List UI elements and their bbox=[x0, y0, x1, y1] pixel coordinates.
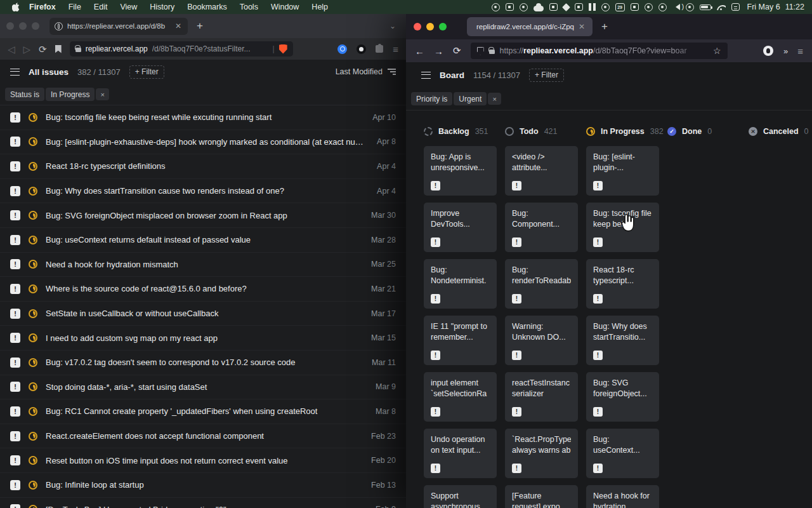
issue-card[interactable]: Support asynchronous...! bbox=[424, 485, 497, 508]
issue-card[interactable]: Bug: Component...! bbox=[505, 203, 578, 252]
menu-tools[interactable]: Tools bbox=[233, 0, 265, 14]
right-traffic-lights[interactable] bbox=[414, 23, 447, 30]
record-icon[interactable] bbox=[492, 3, 500, 11]
sidebar-toggle-icon[interactable] bbox=[10, 69, 20, 76]
issue-card[interactable]: Bug: Nondeterminist.! bbox=[424, 259, 497, 309]
reload-button[interactable]: ⟳ bbox=[39, 44, 47, 54]
menu-help[interactable]: Help bbox=[305, 0, 334, 14]
issue-row[interactable]: !Need a hook for hydration mismatchMar 2… bbox=[0, 253, 406, 277]
issue-card[interactable]: Warning: Unknown DO...! bbox=[505, 316, 578, 365]
issue-row[interactable]: !Bug: SVG foreignObject misplaced on bro… bbox=[0, 203, 406, 228]
volume-icon[interactable] bbox=[672, 4, 680, 10]
calendar-icon[interactable]: 29 bbox=[615, 3, 625, 11]
sidebar-toggle-icon[interactable] bbox=[421, 72, 431, 79]
extensions-puzzle-icon[interactable] bbox=[376, 45, 383, 53]
left-traffic-lights[interactable] bbox=[6, 22, 39, 30]
play-icon[interactable] bbox=[658, 3, 667, 11]
issue-card[interactable]: Bug: SVG foreignObject...! bbox=[586, 372, 659, 422]
left-url-bar[interactable]: repliear.vercel.app /d/8bTaoq7F0e?status… bbox=[70, 41, 293, 57]
issue-card[interactable]: Undo operation on text input...! bbox=[424, 429, 497, 478]
toolbar-overflow-icon[interactable]: » bbox=[783, 46, 787, 56]
blocker-icon[interactable] bbox=[601, 3, 610, 11]
back-button[interactable]: ◁ bbox=[8, 44, 15, 54]
reload-button[interactable]: ⟳ bbox=[453, 45, 461, 57]
share-icon[interactable] bbox=[631, 3, 639, 11]
priority-filter-chip[interactable]: Priority is Urgent × bbox=[411, 92, 501, 105]
issue-card[interactable]: Bug: tsconfig file keep bein...! bbox=[586, 203, 659, 252]
wifi-icon[interactable] bbox=[717, 5, 726, 10]
battery-icon[interactable] bbox=[700, 4, 711, 10]
issue-row[interactable]: !React 18-rc typescript definitionsApr 4 bbox=[0, 154, 406, 179]
menu-app-name[interactable]: Firefox bbox=[23, 0, 62, 14]
tab-close-icon[interactable]: ✕ bbox=[174, 22, 183, 30]
issue-card[interactable]: React 18-rc typescript...! bbox=[586, 259, 659, 309]
issue-row[interactable]: !Stop doing data-*, aria-*, start using … bbox=[0, 375, 406, 400]
tab-overflow-chevron-icon[interactable]: ⌄ bbox=[390, 22, 396, 30]
extension-circle-icon[interactable] bbox=[357, 44, 366, 54]
tracking-shield-icon[interactable] bbox=[477, 47, 484, 55]
menu-bookmarks[interactable]: Bookmarks bbox=[181, 0, 233, 14]
dropbox-icon[interactable] bbox=[562, 3, 570, 11]
left-active-tab[interactable]: https://repliear.vercel.app/d/8b ✕ bbox=[49, 18, 188, 35]
issue-row[interactable]: !SetState in useCallback or without useC… bbox=[0, 302, 406, 326]
onepassword-icon[interactable] bbox=[337, 44, 347, 54]
issue-card[interactable]: Bug: [eslint-plugin-...! bbox=[586, 146, 659, 196]
issue-row[interactable]: !Bug: RC1 Cannot create property '_updat… bbox=[0, 399, 406, 424]
bookmark-star-icon[interactable]: ☆ bbox=[713, 46, 721, 56]
issue-card[interactable]: <video /> attribute...! bbox=[505, 146, 578, 196]
camera-icon[interactable] bbox=[506, 3, 514, 11]
issue-card[interactable]: reactTestInstanc serializer! bbox=[505, 372, 578, 422]
issue-row[interactable]: !React.createElement does not accept fun… bbox=[0, 424, 406, 449]
issue-card[interactable]: [Feature request] expo...! bbox=[505, 485, 578, 508]
menu-view[interactable]: View bbox=[114, 0, 143, 14]
right-active-tab[interactable]: replidraw2.vercel.app/d/c-iZpq ✕ bbox=[467, 17, 593, 36]
apple-menu-icon[interactable] bbox=[9, 3, 23, 11]
filter-remove-icon[interactable]: × bbox=[488, 93, 501, 105]
right-url-bar[interactable]: https:// repliear.vercel.app /d/8bTaoq7F… bbox=[471, 43, 728, 59]
issue-card[interactable]: Improve DevTools...! bbox=[424, 203, 497, 252]
browser-menu-icon[interactable]: ≡ bbox=[797, 46, 803, 57]
issue-card[interactable]: `React.PropType always warns ab! bbox=[505, 429, 578, 478]
issue-card[interactable]: Need a hook for hydration...! bbox=[586, 485, 659, 508]
blocks-icon[interactable] bbox=[589, 3, 596, 11]
forward-button[interactable]: → bbox=[434, 46, 443, 57]
new-tab-button[interactable]: + bbox=[601, 20, 608, 33]
bookmark-icon[interactable] bbox=[55, 45, 62, 53]
control-center-icon[interactable] bbox=[731, 3, 740, 11]
shield-app-icon[interactable] bbox=[575, 3, 583, 11]
issue-card[interactable]: Bug: App is unresponsive...! bbox=[424, 146, 497, 196]
cloud-icon[interactable] bbox=[534, 6, 544, 11]
issue-card[interactable]: Bug: renderToReadab! bbox=[505, 259, 578, 309]
sync-icon[interactable] bbox=[520, 3, 528, 11]
issue-card[interactable]: IE 11 "prompt to remember...! bbox=[424, 316, 497, 365]
issue-row[interactable]: !Bug: [eslint-plugin-exhaustive-deps] ho… bbox=[0, 130, 406, 155]
issue-row[interactable]: !Bug: v17.0.2 tag doesn't seem to corres… bbox=[0, 351, 406, 375]
add-filter-button[interactable]: + Filter bbox=[529, 69, 564, 82]
issue-row[interactable]: !I need to add custom svg map on my reac… bbox=[0, 326, 406, 351]
tab-close-icon[interactable]: ✕ bbox=[577, 22, 586, 31]
assistant-icon[interactable] bbox=[686, 3, 694, 11]
back-button[interactable]: ← bbox=[415, 46, 424, 57]
status-filter-chip[interactable]: Status is In Progress × bbox=[5, 88, 109, 101]
issue-row[interactable]: !Bug: Why does startTransition cause two… bbox=[0, 179, 406, 204]
menu-window[interactable]: Window bbox=[265, 0, 305, 14]
issue-row[interactable]: !Bug: useContext returns default instead… bbox=[0, 228, 406, 253]
issue-row[interactable]: !Where is the source code of react@15.6.… bbox=[0, 277, 406, 302]
issue-card[interactable]: Bug: Why does startTransitio...! bbox=[586, 316, 659, 365]
sort-control[interactable]: Last Modified bbox=[336, 67, 396, 76]
issue-card[interactable]: input element `setSelectionRa! bbox=[424, 372, 497, 422]
browser-menu-icon[interactable]: ≡ bbox=[393, 44, 398, 55]
add-filter-button[interactable]: + Filter bbox=[129, 65, 164, 79]
new-tab-button[interactable]: + bbox=[197, 20, 203, 32]
docker-icon[interactable] bbox=[549, 3, 558, 11]
issue-row[interactable]: !Bug: tsconfig file keep being reset whi… bbox=[0, 105, 406, 130]
issue-row[interactable]: !Reset button on iOS time input does not… bbox=[0, 448, 406, 473]
menu-file[interactable]: File bbox=[62, 0, 88, 14]
brave-shield-icon[interactable] bbox=[279, 44, 287, 54]
power-icon[interactable] bbox=[645, 3, 653, 11]
issue-row[interactable]: ![DevTools Bug] Unsupported Bridge opera… bbox=[0, 498, 406, 508]
forward-button[interactable]: ▷ bbox=[23, 44, 31, 54]
filter-remove-icon[interactable]: × bbox=[96, 88, 108, 100]
menu-history[interactable]: History bbox=[143, 0, 181, 14]
menu-edit[interactable]: Edit bbox=[88, 0, 114, 14]
